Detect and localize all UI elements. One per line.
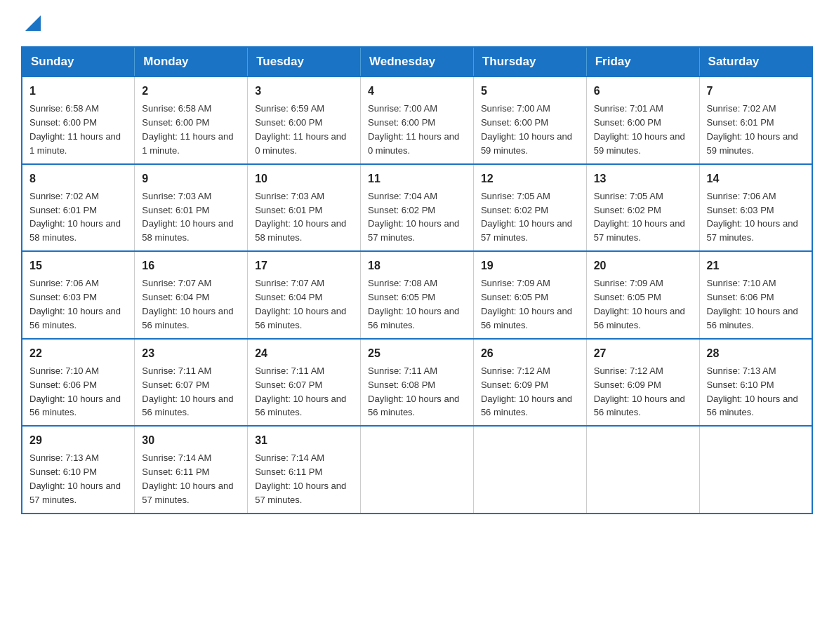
day-sunset: Sunset: 6:11 PM xyxy=(255,467,322,477)
day-number: 19 xyxy=(481,257,579,274)
day-sunset: Sunset: 6:00 PM xyxy=(142,117,209,128)
calendar-week-row: 22Sunrise: 7:10 AMSunset: 6:06 PMDayligh… xyxy=(22,339,812,427)
day-sunset: Sunset: 6:00 PM xyxy=(594,117,661,128)
day-daylight: Daylight: 10 hours and 58 minutes. xyxy=(255,218,346,243)
calendar-day-4: 4Sunrise: 7:00 AMSunset: 6:00 PMDaylight… xyxy=(361,76,474,164)
day-daylight: Daylight: 10 hours and 57 minutes. xyxy=(481,218,572,243)
calendar-day-9: 9Sunrise: 7:03 AMSunset: 6:01 PMDaylight… xyxy=(135,164,248,252)
day-sunset: Sunset: 6:02 PM xyxy=(594,205,661,215)
calendar-day-10: 10Sunrise: 7:03 AMSunset: 6:01 PMDayligh… xyxy=(248,164,361,252)
day-sunset: Sunset: 6:05 PM xyxy=(368,292,435,302)
day-sunset: Sunset: 6:02 PM xyxy=(368,205,435,215)
header-tuesday: Tuesday xyxy=(248,47,361,76)
day-number: 15 xyxy=(29,257,127,274)
header-friday: Friday xyxy=(586,47,699,76)
day-number: 4 xyxy=(368,83,466,99)
day-number: 25 xyxy=(368,345,466,361)
calendar-week-row: 15Sunrise: 7:06 AMSunset: 6:03 PMDayligh… xyxy=(22,251,812,339)
day-number: 20 xyxy=(594,257,692,274)
calendar-day-31: 31Sunrise: 7:14 AMSunset: 6:11 PMDayligh… xyxy=(248,426,361,514)
page-header xyxy=(21,14,813,34)
calendar-empty-cell xyxy=(586,426,699,514)
day-sunset: Sunset: 6:04 PM xyxy=(255,292,322,302)
day-number: 24 xyxy=(255,345,353,361)
day-sunset: Sunset: 6:10 PM xyxy=(707,380,774,390)
day-daylight: Daylight: 10 hours and 56 minutes. xyxy=(368,306,459,330)
header-saturday: Saturday xyxy=(699,47,812,76)
calendar-day-6: 6Sunrise: 7:01 AMSunset: 6:00 PMDaylight… xyxy=(586,76,699,164)
day-sunrise: Sunrise: 7:13 AM xyxy=(29,452,99,463)
day-daylight: Daylight: 10 hours and 56 minutes. xyxy=(255,394,346,418)
day-sunset: Sunset: 6:07 PM xyxy=(142,380,209,390)
day-number: 18 xyxy=(368,257,466,274)
day-sunset: Sunset: 6:09 PM xyxy=(594,380,661,390)
day-sunset: Sunset: 6:07 PM xyxy=(255,380,322,390)
day-sunset: Sunset: 6:02 PM xyxy=(481,205,548,215)
calendar-day-13: 13Sunrise: 7:05 AMSunset: 6:02 PMDayligh… xyxy=(586,164,699,252)
day-sunrise: Sunrise: 7:07 AM xyxy=(255,278,324,288)
day-number: 3 xyxy=(255,83,353,99)
day-daylight: Daylight: 10 hours and 56 minutes. xyxy=(142,394,233,418)
calendar-day-28: 28Sunrise: 7:13 AMSunset: 6:10 PMDayligh… xyxy=(699,339,812,427)
calendar-day-18: 18Sunrise: 7:08 AMSunset: 6:05 PMDayligh… xyxy=(361,251,474,339)
day-number: 30 xyxy=(142,432,240,448)
day-daylight: Daylight: 10 hours and 56 minutes. xyxy=(29,394,121,418)
calendar-day-15: 15Sunrise: 7:06 AMSunset: 6:03 PMDayligh… xyxy=(22,251,135,339)
calendar-day-11: 11Sunrise: 7:04 AMSunset: 6:02 PMDayligh… xyxy=(361,164,474,252)
day-sunrise: Sunrise: 7:14 AM xyxy=(255,452,324,463)
day-daylight: Daylight: 10 hours and 57 minutes. xyxy=(594,218,685,243)
calendar-empty-cell xyxy=(361,426,474,514)
day-sunset: Sunset: 6:06 PM xyxy=(707,292,774,302)
day-number: 26 xyxy=(481,345,579,361)
day-number: 1 xyxy=(29,83,127,99)
day-sunrise: Sunrise: 7:13 AM xyxy=(707,365,776,376)
day-sunset: Sunset: 6:04 PM xyxy=(142,292,209,302)
day-sunset: Sunset: 6:08 PM xyxy=(368,380,435,390)
day-daylight: Daylight: 10 hours and 56 minutes. xyxy=(29,306,121,330)
day-sunrise: Sunrise: 7:11 AM xyxy=(255,365,324,376)
day-sunrise: Sunrise: 7:00 AM xyxy=(481,103,550,114)
day-sunset: Sunset: 6:11 PM xyxy=(142,467,209,477)
day-sunset: Sunset: 6:10 PM xyxy=(29,467,97,477)
day-sunrise: Sunrise: 6:58 AM xyxy=(29,103,99,114)
day-number: 8 xyxy=(29,170,127,187)
calendar-day-19: 19Sunrise: 7:09 AMSunset: 6:05 PMDayligh… xyxy=(473,251,586,339)
day-sunrise: Sunrise: 7:05 AM xyxy=(481,191,550,201)
day-daylight: Daylight: 10 hours and 56 minutes. xyxy=(707,306,798,330)
calendar-day-8: 8Sunrise: 7:02 AMSunset: 6:01 PMDaylight… xyxy=(22,164,135,252)
day-number: 5 xyxy=(481,83,579,99)
header-wednesday: Wednesday xyxy=(361,47,474,76)
day-sunrise: Sunrise: 7:03 AM xyxy=(255,191,324,201)
day-sunrise: Sunrise: 6:58 AM xyxy=(142,103,211,114)
day-daylight: Daylight: 11 hours and 0 minutes. xyxy=(255,131,346,156)
day-number: 17 xyxy=(255,257,353,274)
day-number: 22 xyxy=(29,345,127,361)
day-sunset: Sunset: 6:01 PM xyxy=(707,117,774,128)
calendar-day-3: 3Sunrise: 6:59 AMSunset: 6:00 PMDaylight… xyxy=(248,76,361,164)
day-daylight: Daylight: 10 hours and 56 minutes. xyxy=(481,394,572,418)
day-sunset: Sunset: 6:03 PM xyxy=(707,205,774,215)
day-sunrise: Sunrise: 7:04 AM xyxy=(368,191,437,201)
day-daylight: Daylight: 10 hours and 59 minutes. xyxy=(707,131,798,156)
day-daylight: Daylight: 10 hours and 59 minutes. xyxy=(481,131,572,156)
day-sunset: Sunset: 6:05 PM xyxy=(481,292,548,302)
calendar-day-2: 2Sunrise: 6:58 AMSunset: 6:00 PMDaylight… xyxy=(135,76,248,164)
calendar-empty-cell xyxy=(473,426,586,514)
day-sunrise: Sunrise: 7:12 AM xyxy=(481,365,550,376)
calendar-day-30: 30Sunrise: 7:14 AMSunset: 6:11 PMDayligh… xyxy=(135,426,248,514)
day-sunrise: Sunrise: 7:01 AM xyxy=(594,103,663,114)
day-sunset: Sunset: 6:06 PM xyxy=(29,380,97,390)
day-daylight: Daylight: 10 hours and 58 minutes. xyxy=(29,218,121,243)
day-number: 28 xyxy=(707,345,805,361)
calendar-empty-cell xyxy=(699,426,812,514)
day-sunrise: Sunrise: 7:08 AM xyxy=(368,278,437,288)
day-sunset: Sunset: 6:05 PM xyxy=(594,292,661,302)
day-number: 9 xyxy=(142,170,240,187)
day-number: 14 xyxy=(707,170,805,187)
day-daylight: Daylight: 10 hours and 56 minutes. xyxy=(481,306,572,330)
day-sunrise: Sunrise: 7:09 AM xyxy=(594,278,663,288)
day-sunrise: Sunrise: 7:06 AM xyxy=(707,191,776,201)
calendar-day-1: 1Sunrise: 6:58 AMSunset: 6:00 PMDaylight… xyxy=(22,76,135,164)
calendar-week-row: 8Sunrise: 7:02 AMSunset: 6:01 PMDaylight… xyxy=(22,164,812,252)
calendar-day-23: 23Sunrise: 7:11 AMSunset: 6:07 PMDayligh… xyxy=(135,339,248,427)
